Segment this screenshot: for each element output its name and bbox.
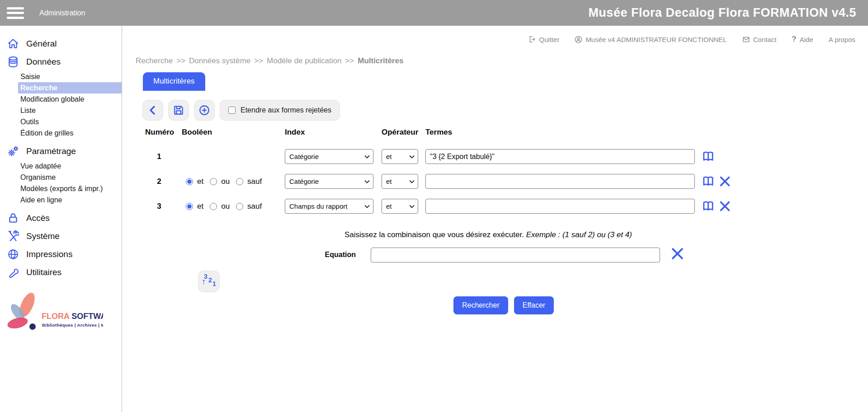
sidebar-item-label: Données [26, 57, 61, 67]
a-propos-link[interactable]: A propos [829, 36, 855, 43]
delete-criterion-button-row2[interactable] [719, 175, 731, 187]
lexicon-book-button-row1[interactable] [702, 150, 715, 163]
breadcrumb-part[interactable]: Modèle de publication [267, 56, 341, 65]
radio-label-et[interactable]: et [197, 202, 203, 211]
tools-icon [7, 230, 19, 242]
current-user[interactable]: Musée v4 ADMINISTRATEUR FONCTIONNEL [575, 36, 726, 43]
radio-sauf-row3[interactable] [236, 203, 243, 210]
checkbox-label: Etendre aux formes rejetées [241, 106, 331, 114]
sidebar-item-liste[interactable]: Liste [18, 105, 122, 116]
operator-select-row1[interactable]: et [382, 149, 418, 164]
sidebar-item-saisie[interactable]: Saisie [18, 71, 122, 82]
col-header-index: Index [285, 128, 382, 144]
termes-input-row3[interactable] [425, 199, 695, 214]
sidebar-item-organisme[interactable]: Organisme [18, 172, 122, 183]
quitter-link[interactable]: Quitter [528, 36, 559, 43]
sidebar-item-modification-globale[interactable]: Modification globale [18, 94, 122, 105]
aide-link[interactable]: ? Aide [792, 35, 813, 44]
radio-label-ou[interactable]: ou [221, 202, 230, 211]
actions: Rechercher Effacer [453, 296, 554, 314]
globe-icon [7, 248, 19, 260]
operator-select-row2[interactable]: et [382, 174, 418, 189]
home-icon [7, 38, 19, 50]
breadcrumb-current: Multicritères [358, 56, 403, 65]
sidebar-item-outils[interactable]: Outils [18, 116, 122, 127]
sidebar-item-impressions[interactable]: Impressions [0, 245, 122, 263]
logout-icon [528, 36, 536, 43]
row-number: 2 [145, 169, 173, 194]
radio-label-sauf[interactable]: sauf [247, 177, 262, 186]
radio-et-row2[interactable] [186, 178, 193, 185]
sidebar-item-acces[interactable]: Accès [0, 209, 122, 227]
radio-label-ou[interactable]: ou [221, 177, 230, 186]
sidebar-item-parametrage[interactable]: Paramétrage [0, 142, 122, 160]
contact-link[interactable]: Contact [742, 36, 777, 43]
sidebar-item-recherche[interactable]: Recherche [18, 82, 122, 94]
index-select-row2[interactable]: Catégorie [285, 174, 373, 189]
flora-software-logo: FLORA SOFTWARE Bibliothèques | Archives … [4, 290, 103, 337]
equation-label: Equation [321, 251, 356, 259]
sidebar-item-systeme[interactable]: Système [0, 227, 122, 245]
sort-criteria-button[interactable]: 3 2 1 ↑ [198, 271, 220, 292]
sidebar-item-modeles[interactable]: Modèles (exports & impr.) [18, 183, 122, 194]
col-header-operateur: Opérateur [382, 128, 425, 144]
back-button[interactable] [142, 100, 163, 121]
sidebar-item-donnees[interactable]: Données [0, 53, 122, 71]
effacer-button[interactable]: Effacer [514, 296, 554, 314]
radio-et-row3[interactable] [186, 203, 193, 210]
radio-sauf-row2[interactable] [236, 178, 243, 185]
window-title: Musée Flora Decalog Flora FORMATION v4.5 [588, 0, 856, 26]
sidebar-item-edition-de-grilles[interactable]: Édition de grilles [18, 127, 122, 139]
col-header-termes: Termes [425, 128, 695, 144]
termes-input-row1[interactable] [425, 149, 695, 164]
question-icon: ? [792, 35, 796, 44]
lexicon-book-button-row2[interactable] [702, 175, 715, 188]
radio-ou-row3[interactable] [210, 203, 217, 210]
equation-input[interactable] [371, 248, 660, 262]
lexicon-book-button-row3[interactable] [702, 200, 715, 213]
breadcrumb-part[interactable]: Recherche [136, 56, 173, 65]
hamburger-menu-icon[interactable] [7, 7, 24, 19]
col-header-booleen: Booléen [182, 128, 285, 144]
lock-icon [7, 212, 19, 224]
radio-ou-row2[interactable] [210, 178, 217, 185]
svg-text:Bibliothèques | Archives | Mus: Bibliothèques | Archives | Musées [42, 323, 103, 328]
breadcrumb-part[interactable]: Données système [189, 56, 250, 65]
operator-select-row3[interactable]: et [382, 199, 418, 214]
index-select-row3[interactable]: Champs du rapport [285, 199, 373, 214]
mail-icon [742, 36, 750, 43]
sidebar-item-aide-en-ligne[interactable]: Aide en ligne [18, 194, 122, 206]
open-book-icon [702, 175, 715, 188]
sidebar-item-utilitaires[interactable]: Utilitaires [0, 263, 122, 281]
sidebar-item-general[interactable]: Général [0, 35, 122, 53]
sidebar-item-label: Système [26, 231, 60, 241]
x-icon [719, 175, 731, 187]
extend-rejected-forms-checkbox[interactable] [228, 107, 236, 114]
add-criterion-button[interactable] [194, 100, 215, 121]
sidebar-item-vue-adaptee[interactable]: Vue adaptée [18, 160, 122, 172]
row-number: 3 [145, 194, 173, 219]
boolean-cell-empty [182, 144, 285, 169]
gears-icon [7, 145, 19, 157]
save-button[interactable] [168, 100, 189, 121]
index-select-row1[interactable]: Catégorie [285, 149, 373, 164]
delete-criterion-button-row3[interactable] [719, 200, 731, 212]
radio-label-sauf[interactable]: sauf [247, 202, 262, 211]
svg-text:FLORA SOFTWARE: FLORA SOFTWARE [42, 312, 103, 321]
sidebar-item-label: Accès [26, 213, 50, 223]
boolean-radios-row2: et ou sauf [182, 169, 285, 194]
termes-input-row2[interactable] [425, 174, 695, 189]
user-icon [575, 36, 582, 43]
radio-label-et[interactable]: et [197, 177, 203, 186]
extend-rejected-forms-option[interactable]: Etendre aux formes rejetées [220, 100, 340, 121]
boolean-radios-row3: et ou sauf [182, 194, 285, 219]
row-number: 1 [145, 144, 173, 169]
clear-equation-button[interactable] [670, 247, 684, 261]
sidebar-item-label: Paramétrage [26, 146, 76, 156]
main-content: Quitter Musée v4 ADMINISTRATEUR FONCTION… [123, 26, 868, 412]
plus-circle-icon [198, 104, 210, 116]
rechercher-button[interactable]: Rechercher [453, 296, 508, 314]
open-book-icon [702, 150, 715, 163]
x-icon [670, 247, 684, 261]
tab-multicriteres[interactable]: Multicritères [143, 72, 205, 91]
